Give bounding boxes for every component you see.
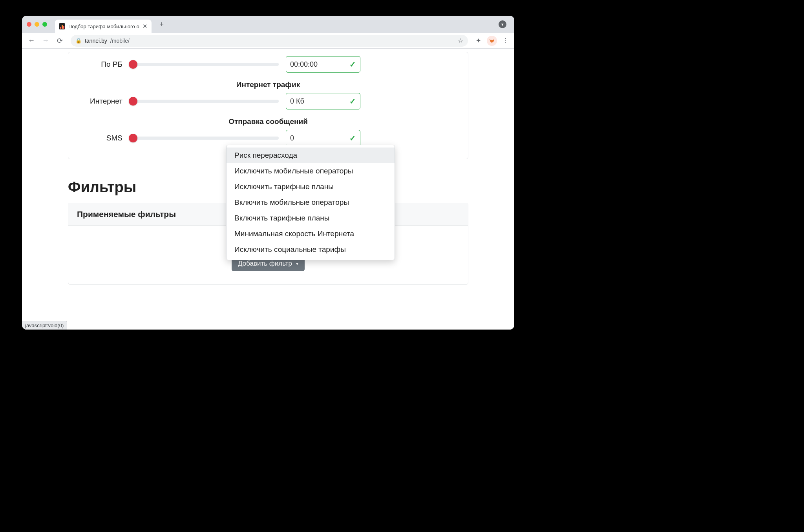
dropdown-item-exclude-plans[interactable]: Исключить тарифные планы bbox=[227, 179, 395, 195]
chevron-down-icon: ▾ bbox=[499, 20, 506, 28]
minimize-window-icon[interactable] bbox=[35, 22, 39, 27]
browser-toolbar: ← → ⟳ 🔒 tannei.by/mobile/ ☆ ✦ ⋮ bbox=[22, 33, 514, 49]
tab-overflow[interactable]: ▾ bbox=[499, 20, 506, 28]
status-bar: javascript:void(0) bbox=[22, 321, 67, 330]
new-tab-button[interactable]: + bbox=[156, 19, 167, 30]
section-internet-title: Интернет трафик bbox=[75, 80, 461, 89]
dropdown-item-exclude-social[interactable]: Исключить социальные тарифы bbox=[227, 242, 395, 257]
slider-label-internet: Интернет bbox=[75, 97, 122, 106]
reload-button[interactable]: ⟳ bbox=[53, 35, 66, 47]
check-icon: ✓ bbox=[349, 97, 356, 106]
slider-label-sms: SMS bbox=[75, 134, 122, 142]
maximize-window-icon[interactable] bbox=[42, 22, 47, 27]
slider-row-sms: SMS 0 ✓ bbox=[75, 130, 461, 146]
bookmark-star-icon[interactable]: ☆ bbox=[458, 37, 463, 44]
dropdown-item-include-operators[interactable]: Включить мобильные операторы bbox=[227, 195, 395, 210]
dropdown-item-include-plans[interactable]: Включить тарифные планы bbox=[227, 210, 395, 226]
value-internet: 0 Кб bbox=[290, 97, 304, 106]
dropdown-item-min-speed[interactable]: Минимальная скорость Интернета bbox=[227, 226, 395, 242]
value-box-sms[interactable]: 0 ✓ bbox=[286, 130, 360, 146]
add-filter-dropdown: Риск перерасхода Исключить мобильные опе… bbox=[226, 145, 395, 260]
browser-window: Подбор тарифа мобильного о ✕ + ▾ ← → ⟳ 🔒… bbox=[22, 16, 514, 330]
close-window-icon[interactable] bbox=[27, 22, 31, 27]
tab-title: Подбор тарифа мобильного о bbox=[68, 24, 139, 29]
value-box-rb[interactable]: 00:00:00 ✓ bbox=[286, 56, 360, 73]
close-tab-icon[interactable]: ✕ bbox=[143, 23, 148, 30]
extensions-icon[interactable]: ✦ bbox=[473, 35, 484, 46]
url-path: /mobile/ bbox=[110, 38, 130, 44]
value-sms: 0 bbox=[290, 134, 294, 142]
value-box-internet[interactable]: 0 Кб ✓ bbox=[286, 93, 360, 109]
section-sms-title: Отправка сообщений bbox=[75, 117, 461, 126]
slider-sms[interactable] bbox=[130, 137, 279, 140]
slider-thumb-icon[interactable] bbox=[129, 97, 137, 106]
slider-internet[interactable] bbox=[130, 100, 279, 103]
fox-icon bbox=[489, 38, 495, 44]
favicon-icon bbox=[59, 23, 65, 29]
profile-avatar[interactable] bbox=[487, 36, 497, 46]
address-bar[interactable]: 🔒 tannei.by/mobile/ ☆ bbox=[71, 35, 468, 47]
slider-rb[interactable] bbox=[130, 63, 279, 66]
url-host: tannei.by bbox=[85, 38, 107, 44]
titlebar: Подбор тарифа мобильного о ✕ + ▾ bbox=[22, 16, 514, 33]
dropdown-item-risk[interactable]: Риск перерасхода bbox=[227, 148, 395, 163]
slider-thumb-icon[interactable] bbox=[129, 60, 137, 69]
browser-tab[interactable]: Подбор тарифа мобильного о ✕ bbox=[55, 20, 152, 33]
slider-row-internet: Интернет 0 Кб ✓ bbox=[75, 93, 461, 109]
dropdown-item-exclude-operators[interactable]: Исключить мобильные операторы bbox=[227, 163, 395, 179]
value-rb: 00:00:00 bbox=[290, 60, 318, 69]
slider-row-rb: По РБ 00:00:00 ✓ bbox=[75, 56, 461, 73]
slider-thumb-icon[interactable] bbox=[129, 134, 137, 142]
check-icon: ✓ bbox=[349, 60, 356, 69]
back-button[interactable]: ← bbox=[25, 35, 38, 47]
forward-button: → bbox=[39, 35, 52, 47]
check-icon: ✓ bbox=[349, 133, 356, 143]
menu-button[interactable]: ⋮ bbox=[500, 35, 511, 46]
slider-label-rb: По РБ bbox=[75, 60, 122, 69]
window-controls bbox=[27, 22, 47, 27]
lock-icon: 🔒 bbox=[75, 38, 82, 44]
page-content: По РБ 00:00:00 ✓ Интернет трафик Интерне… bbox=[22, 49, 514, 330]
add-filter-label: Добавить фильтр bbox=[238, 260, 292, 268]
usage-sliders-card: По РБ 00:00:00 ✓ Интернет трафик Интерне… bbox=[68, 52, 468, 159]
